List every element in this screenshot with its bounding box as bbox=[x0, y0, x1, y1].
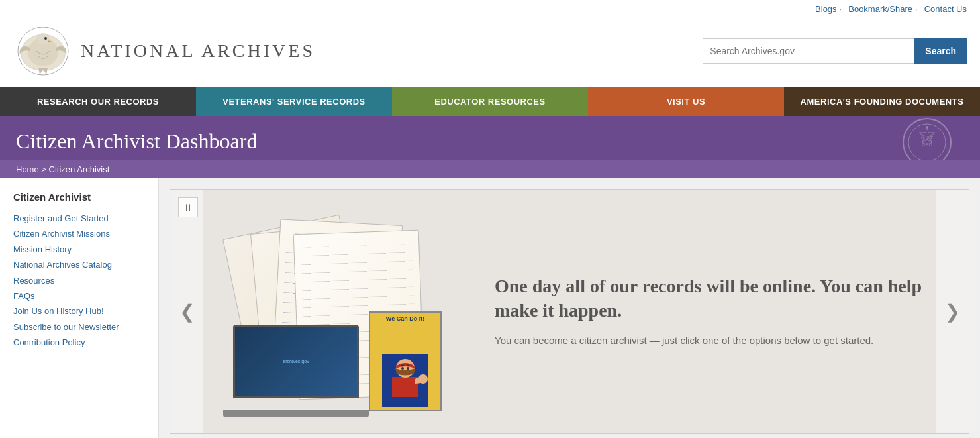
eagle-logo bbox=[13, 25, 73, 78]
svg-point-12 bbox=[407, 367, 409, 370]
prev-arrow-icon: ❮ bbox=[179, 301, 195, 323]
top-utility-bar: Blogs · Bookmark/Share · Contact Us bbox=[0, 0, 980, 18]
laptop-illustration: archives.gov bbox=[223, 325, 369, 417]
blogs-link[interactable]: Blogs bbox=[815, 4, 837, 14]
laptop-screen: archives.gov bbox=[233, 325, 359, 398]
svg-rect-8 bbox=[392, 377, 418, 397]
sidebar-title: Citizen Archivist bbox=[13, 192, 145, 203]
breadcrumb-separator: > bbox=[41, 164, 48, 174]
page-header-banner: Citizen Archivist Dashboard H ST ORD bbox=[0, 116, 980, 160]
separator-1: · bbox=[840, 4, 842, 14]
rosie-poster-title: We Can Do It! bbox=[386, 315, 424, 323]
sidebar-item-catalog[interactable]: National Archives Catalog bbox=[13, 257, 145, 272]
breadcrumb-current: Citizen Archivist bbox=[49, 164, 110, 174]
sidebar-item-missions[interactable]: Citizen Archivist Missions bbox=[13, 226, 145, 241]
svg-point-10 bbox=[418, 374, 428, 384]
sidebar: Citizen Archivist Register and Get Start… bbox=[0, 178, 159, 438]
nav-veterans[interactable]: VETERANS' SERVICE RECORDS bbox=[196, 87, 392, 116]
laptop-base bbox=[223, 410, 369, 417]
breadcrumb-home[interactable]: Home bbox=[16, 164, 39, 174]
carousel-prev-button[interactable]: ❮ bbox=[170, 190, 203, 433]
paper-stack: archives.gov We Can Do It! bbox=[223, 219, 462, 417]
carousel: ⏸ ❮ archives.gov bbox=[170, 189, 969, 434]
svg-text:ORD: ORD bbox=[922, 142, 932, 147]
breadcrumb: Home > Citizen Archivist bbox=[0, 160, 980, 178]
sidebar-item-faqs[interactable]: FAQs bbox=[13, 288, 145, 303]
main-nav: RESEARCH OUR RECORDS VETERANS' SERVICE R… bbox=[0, 87, 980, 116]
contact-link[interactable]: Contact Us bbox=[924, 4, 967, 14]
rosie-poster-inner: We Can Do It! bbox=[370, 313, 440, 410]
sidebar-item-resources[interactable]: Resources bbox=[13, 273, 145, 288]
search-button[interactable]: Search bbox=[914, 38, 967, 64]
nav-research[interactable]: RESEARCH OUR RECORDS bbox=[0, 87, 196, 116]
rosie-figure bbox=[382, 354, 428, 407]
sidebar-item-register[interactable]: Register and Get Started bbox=[13, 211, 145, 226]
carousel-subtext: You can become a citizen archivist — jus… bbox=[495, 333, 922, 349]
site-logo-text: NATIONAL ARCHIVES bbox=[81, 40, 315, 62]
nav-visit[interactable]: VISIT US bbox=[588, 87, 784, 116]
svg-point-11 bbox=[401, 367, 404, 370]
nav-founding[interactable]: AMERICA'S FOUNDING DOCUMENTS bbox=[784, 87, 980, 116]
sidebar-item-contribution[interactable]: Contribution Policy bbox=[13, 335, 145, 350]
svg-point-1 bbox=[36, 33, 50, 45]
svg-point-2 bbox=[44, 37, 47, 40]
logo-area: NATIONAL ARCHIVES bbox=[13, 25, 315, 78]
next-arrow-icon: ❯ bbox=[945, 301, 960, 323]
sidebar-item-mission-history[interactable]: Mission History bbox=[13, 242, 145, 257]
carousel-next-button[interactable]: ❯ bbox=[936, 190, 969, 433]
rosie-poster: We Can Do It! bbox=[369, 311, 442, 411]
carousel-headline: One day all of our records will be onlin… bbox=[495, 274, 922, 323]
bookmark-link[interactable]: Bookmark/Share bbox=[848, 4, 912, 14]
search-area: Search bbox=[703, 38, 967, 64]
main-content: Citizen Archivist Register and Get Start… bbox=[0, 178, 980, 438]
separator-2: · bbox=[915, 4, 918, 14]
sidebar-item-newsletter[interactable]: Subscribe to our Newsletter bbox=[13, 319, 145, 335]
page-title: Citizen Archivist Dashboard bbox=[16, 129, 964, 154]
carousel-text-area: One day all of our records will be onlin… bbox=[495, 268, 922, 355]
laptop-screen-inner: archives.gov bbox=[235, 327, 357, 396]
nav-educator[interactable]: EDUCATOR RESOURCES bbox=[392, 87, 588, 116]
site-header: NATIONAL ARCHIVES Search bbox=[0, 18, 980, 87]
carousel-image: archives.gov We Can Do It! bbox=[217, 205, 468, 417]
sidebar-item-history-hub[interactable]: Join Us on History Hub! bbox=[13, 303, 145, 319]
search-input[interactable] bbox=[703, 38, 914, 64]
carousel-pause-button[interactable]: ⏸ bbox=[178, 197, 198, 217]
pause-icon: ⏸ bbox=[183, 202, 193, 213]
seal-decoration: H ST ORD bbox=[887, 116, 967, 160]
carousel-content: archives.gov We Can Do It! bbox=[203, 190, 936, 433]
